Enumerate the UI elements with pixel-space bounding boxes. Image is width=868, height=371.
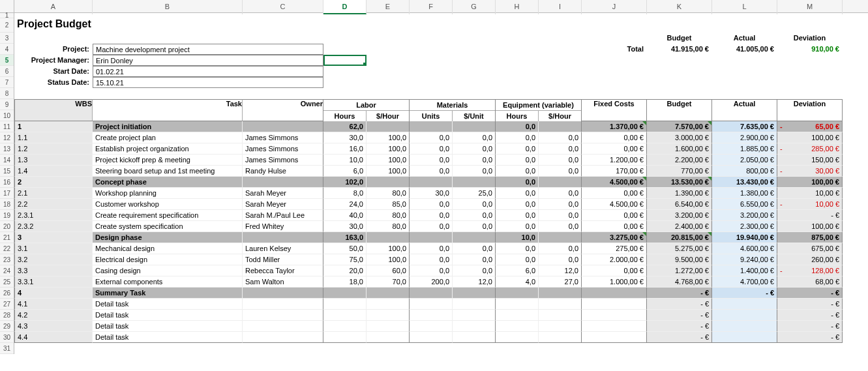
meta-project-value[interactable]: Machine development project bbox=[93, 44, 323, 55]
cell-labor-hours[interactable] bbox=[323, 299, 367, 310]
cell-labor-rate[interactable] bbox=[367, 288, 410, 299]
table-row[interactable]: 2.1Workshop planningSarah Meyer8,080,030… bbox=[14, 188, 868, 199]
cell-budget[interactable]: - € bbox=[647, 299, 712, 310]
cell-labor-hours[interactable] bbox=[323, 332, 367, 343]
cell-equip-hours[interactable]: 0,0 bbox=[496, 177, 539, 188]
cell-owner[interactable]: Todd Miller bbox=[243, 254, 323, 265]
cell-actual[interactable]: 19.940,00 € bbox=[712, 232, 777, 243]
cell-owner[interactable] bbox=[243, 177, 323, 188]
cell-budget[interactable]: 1.390,00 € bbox=[647, 188, 712, 199]
table-row[interactable]: 4.2Detail task- €- € bbox=[14, 310, 868, 321]
cell-mat-price[interactable]: 0,0 bbox=[453, 243, 496, 254]
cell-labor-rate[interactable]: 80,0 bbox=[367, 188, 410, 199]
cell-labor-rate[interactable]: 70,0 bbox=[367, 276, 410, 288]
cell-equip-rate[interactable]: 0,0 bbox=[539, 221, 582, 232]
cell-fixed[interactable]: 0,00 € bbox=[582, 132, 647, 143]
cell-deviation[interactable]: -30,00 € bbox=[777, 166, 843, 177]
cell-actual[interactable]: 7.635,00 € bbox=[712, 121, 777, 132]
cell-equip-hours[interactable]: 0,0 bbox=[496, 243, 539, 254]
cell-task[interactable]: Steering board setup and 1st meeting bbox=[93, 166, 243, 177]
cell-labor-rate[interactable]: 100,0 bbox=[367, 166, 410, 177]
cell-deviation[interactable]: - € bbox=[777, 210, 843, 221]
cell-equip-rate[interactable] bbox=[539, 288, 582, 299]
row-header-14[interactable]: 14 bbox=[0, 155, 14, 166]
cell-equip-hours[interactable]: 4,0 bbox=[496, 276, 539, 288]
cell-mat-price[interactable] bbox=[453, 288, 496, 299]
cell-owner[interactable]: James Simmons bbox=[243, 132, 323, 143]
cell-wbs[interactable]: 3.3.1 bbox=[14, 276, 93, 288]
cell-wbs[interactable]: 1.1 bbox=[14, 132, 93, 143]
cell-task[interactable]: Detail task bbox=[93, 332, 243, 343]
cell-mat-units[interactable] bbox=[410, 321, 453, 332]
cell-fixed[interactable] bbox=[582, 288, 647, 299]
row-header-21[interactable]: 21 bbox=[0, 232, 14, 243]
cell-labor-rate[interactable]: 100,0 bbox=[367, 243, 410, 254]
cell-equip-rate[interactable] bbox=[539, 310, 582, 321]
cell-equip-hours[interactable]: 0,0 bbox=[496, 210, 539, 221]
cell-budget[interactable]: 4.768,00 € bbox=[647, 276, 712, 288]
row-header-28[interactable]: 28 bbox=[0, 310, 14, 321]
cell-task[interactable]: Detail task bbox=[93, 321, 243, 332]
cell-wbs[interactable]: 2.2 bbox=[14, 199, 93, 210]
row-8[interactable] bbox=[14, 88, 868, 99]
cell-budget[interactable]: 2.200,00 € bbox=[647, 155, 712, 166]
cell-actual[interactable] bbox=[712, 321, 777, 332]
cell-equip-rate[interactable]: 0,0 bbox=[539, 199, 582, 210]
cell-budget[interactable]: 1.272,00 € bbox=[647, 265, 712, 276]
column-header-a[interactable]: A bbox=[14, 0, 93, 14]
cell-task[interactable]: Project initiation bbox=[93, 121, 243, 132]
cell-equip-hours[interactable]: 0,0 bbox=[496, 188, 539, 199]
cell-wbs[interactable]: 1 bbox=[14, 121, 93, 132]
cell-owner[interactable] bbox=[243, 321, 323, 332]
row-header-20[interactable]: 20 bbox=[0, 221, 14, 232]
cell-task[interactable]: Workshop planning bbox=[93, 188, 243, 199]
cell-labor-hours[interactable] bbox=[323, 321, 367, 332]
table-row[interactable]: 1.4Steering board setup and 1st meetingR… bbox=[14, 166, 868, 177]
cell-budget[interactable]: 3.000,00 € bbox=[647, 132, 712, 143]
cell-equip-hours[interactable] bbox=[496, 299, 539, 310]
cell-labor-rate[interactable]: 80,0 bbox=[367, 221, 410, 232]
cell-equip-rate[interactable] bbox=[539, 232, 582, 243]
row-header-9[interactable]: 9 bbox=[0, 99, 14, 110]
row-header-12[interactable]: 12 bbox=[0, 132, 14, 143]
cell-task[interactable]: Electrical design bbox=[93, 254, 243, 265]
cell-actual[interactable]: 9.240,00 € bbox=[712, 254, 777, 265]
cell-mat-units[interactable]: 0,0 bbox=[410, 265, 453, 276]
cell-owner[interactable]: Sarah Meyer bbox=[243, 188, 323, 199]
cell-wbs[interactable]: 1.3 bbox=[14, 155, 93, 166]
table-row[interactable]: 3.3Casing designRebecca Taylor20,060,00,… bbox=[14, 265, 868, 276]
row-header-13[interactable]: 13 bbox=[0, 143, 14, 155]
cell-actual[interactable] bbox=[712, 310, 777, 321]
cell-task[interactable]: Customer workshop bbox=[93, 199, 243, 210]
cell-equip-rate[interactable] bbox=[539, 177, 582, 188]
cell-labor-hours[interactable]: 16,0 bbox=[323, 143, 367, 155]
cell-deviation[interactable]: 10,00 € bbox=[777, 188, 843, 199]
cell-actual[interactable]: 4.600,00 € bbox=[712, 243, 777, 254]
row-6[interactable]: Start Date: 01.02.21 bbox=[14, 66, 868, 77]
table-row[interactable]: 2Concept phase102,00,04.500,00 €13.530,0… bbox=[14, 177, 868, 188]
column-header-b[interactable]: B bbox=[93, 0, 243, 14]
cell-mat-price[interactable]: 0,0 bbox=[453, 265, 496, 276]
cell-mat-units[interactable]: 0,0 bbox=[410, 243, 453, 254]
row-5[interactable]: Project Manager: Erin Donley bbox=[14, 55, 868, 66]
cell-labor-rate[interactable]: 60,0 bbox=[367, 265, 410, 276]
cell-labor-rate[interactable]: 100,0 bbox=[367, 254, 410, 265]
cell-actual[interactable]: 1.885,00 € bbox=[712, 143, 777, 155]
cell-task[interactable]: Mechanical design bbox=[93, 243, 243, 254]
cell-actual[interactable]: 800,00 € bbox=[712, 166, 777, 177]
cell-mat-price[interactable] bbox=[453, 310, 496, 321]
cell-task[interactable]: Establish project organization bbox=[93, 143, 243, 155]
cell-owner[interactable]: James Simmons bbox=[243, 155, 323, 166]
row-header-22[interactable]: 22 bbox=[0, 243, 14, 254]
cell-fixed[interactable] bbox=[582, 332, 647, 343]
row-7[interactable]: Status Date: 15.10.21 bbox=[14, 77, 868, 88]
column-header-d[interactable]: D bbox=[323, 0, 367, 14]
cell-fixed[interactable]: 0,00 € bbox=[582, 210, 647, 221]
cell-owner[interactable] bbox=[243, 232, 323, 243]
cell-equip-rate[interactable]: 0,0 bbox=[539, 143, 582, 155]
row-header-23[interactable]: 23 bbox=[0, 254, 14, 265]
cell-task[interactable]: External components bbox=[93, 276, 243, 288]
cell-labor-hours[interactable]: 10,0 bbox=[323, 155, 367, 166]
cell-budget[interactable]: 1.600,00 € bbox=[647, 143, 712, 155]
cell-mat-units[interactable] bbox=[410, 121, 453, 132]
